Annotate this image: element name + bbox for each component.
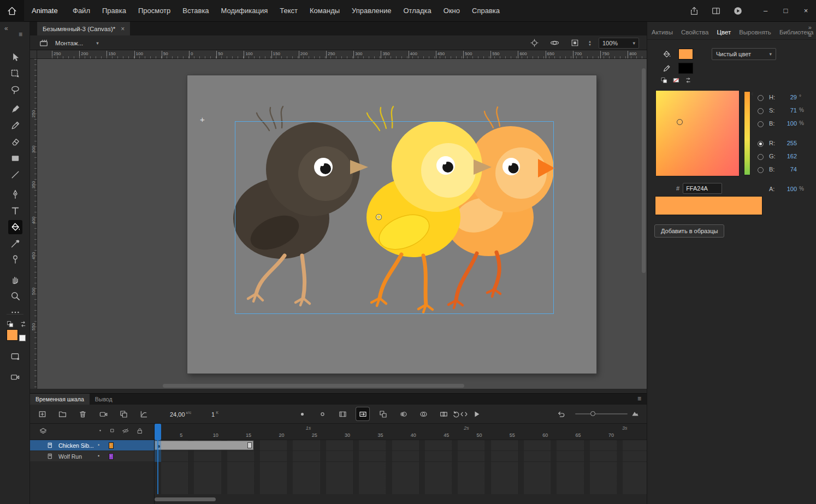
rectangle-tool[interactable] <box>8 151 22 165</box>
frames-grid[interactable] <box>155 440 647 494</box>
selection-tool[interactable] <box>8 50 22 64</box>
panel-tab-2[interactable]: Цвет <box>717 29 731 35</box>
scene-selector[interactable]: Монтаж... ▾ <box>55 37 99 49</box>
color-field-value[interactable]: 255 <box>779 140 797 146</box>
publish-preview-button[interactable] <box>731 4 744 17</box>
fps-indicator[interactable]: 24,00к/с <box>170 410 191 418</box>
panel-menu-icon[interactable]: ≡ <box>808 32 812 38</box>
default-colors-icon[interactable] <box>660 76 668 84</box>
frame-options-button[interactable] <box>376 407 389 420</box>
panel-tab-0[interactable]: Активы <box>652 29 673 35</box>
add-to-swatches-button[interactable]: Добавить в образцы <box>654 224 724 238</box>
classic-brush-tool[interactable] <box>8 118 22 133</box>
free-transform-tool[interactable] <box>8 67 22 81</box>
eraser-tool[interactable] <box>8 135 22 149</box>
pen-tool[interactable] <box>8 187 22 201</box>
workspace-layout-button[interactable] <box>709 4 723 17</box>
horizontal-ruler[interactable]: 2502001501005005010015020025030035040045… <box>37 50 647 59</box>
minimize-button[interactable]: – <box>755 0 776 22</box>
layer-outline-dot[interactable]: ▫ <box>110 442 111 448</box>
camera-tool-button[interactable] <box>7 370 22 383</box>
zoom-selector[interactable]: 100% ▾ <box>599 38 639 49</box>
layer-outline-dot[interactable]: ▫ <box>110 453 111 459</box>
panel-tab-1[interactable]: Свойства <box>681 29 709 35</box>
lasso-tool[interactable] <box>8 83 22 97</box>
menu-item[interactable]: Просмотр <box>132 0 176 22</box>
insert-keyframe-button[interactable] <box>295 407 309 420</box>
clip-to-stage-button[interactable] <box>568 37 581 50</box>
menu-item[interactable]: Модификация <box>215 0 274 22</box>
tab-close-icon[interactable]: × <box>121 25 125 33</box>
menu-item[interactable]: Команды <box>304 0 346 22</box>
insert-frames-button[interactable] <box>336 407 349 420</box>
saturation-brightness-picker[interactable] <box>656 91 739 176</box>
insert-frame-button[interactable] <box>36 407 49 420</box>
outline-column-icon[interactable] <box>109 427 116 434</box>
expand-panel-icon[interactable]: » <box>808 24 812 31</box>
object-drawing-mode-button[interactable] <box>7 349 22 363</box>
fill-color-chip[interactable] <box>7 329 18 341</box>
menu-item[interactable]: Вставка <box>176 0 215 22</box>
hue-slider[interactable] <box>744 92 750 175</box>
layers-icon[interactable] <box>39 427 48 436</box>
layer-visibility-dot[interactable]: • <box>98 453 99 459</box>
panel-menu-icon[interactable]: ≡ <box>637 395 641 402</box>
collapse-panel-icon[interactable]: « <box>4 25 8 32</box>
onion-skin-outlines-button[interactable] <box>417 407 430 420</box>
lock-all-icon[interactable] <box>136 427 144 435</box>
swap-colors-icon[interactable] <box>684 76 692 84</box>
fluid-brush-tool[interactable] <box>8 102 22 116</box>
hand-tool[interactable] <box>8 272 22 287</box>
timeline-scrollbar[interactable] <box>155 497 642 502</box>
timeline-zoom-fit-icon[interactable] <box>631 409 640 418</box>
playhead[interactable] <box>155 424 161 440</box>
no-color-icon[interactable] <box>672 76 680 84</box>
line-tool[interactable] <box>8 168 22 182</box>
transform-point[interactable] <box>376 215 381 220</box>
loop-playback-button[interactable] <box>450 407 463 420</box>
center-stage-button[interactable] <box>528 37 541 50</box>
show-all-column-icon[interactable] <box>97 427 104 434</box>
paint-bucket-tool[interactable] <box>8 220 22 234</box>
stroke-pencil-icon[interactable] <box>662 64 671 73</box>
graph-editor-button[interactable] <box>137 407 150 420</box>
color-field-radio[interactable] <box>758 167 764 173</box>
home-button[interactable] <box>0 0 24 22</box>
zoom-tool[interactable] <box>8 289 22 303</box>
more-tools-tool[interactable] <box>8 305 22 319</box>
menu-item[interactable]: Отладка <box>397 0 437 22</box>
stage[interactable] <box>187 75 596 373</box>
step-down-icon[interactable]: ▼ <box>588 43 592 46</box>
panel-tab-3[interactable]: Выровнять <box>739 29 771 35</box>
fill-color-swatch[interactable] <box>678 49 693 60</box>
hide-all-icon[interactable] <box>122 427 129 435</box>
color-field-value[interactable]: 29 <box>779 94 797 100</box>
swap-colors-button[interactable] <box>17 318 28 329</box>
hex-input[interactable] <box>683 183 722 194</box>
scrollbar-thumb[interactable] <box>642 68 646 273</box>
edit-multiple-frames-button[interactable] <box>437 407 450 420</box>
color-field-value[interactable]: 162 <box>779 153 797 159</box>
close-button[interactable]: × <box>796 0 816 22</box>
color-picker-pointer[interactable] <box>677 119 683 125</box>
maximize-button[interactable]: □ <box>776 0 796 22</box>
frame-span[interactable] <box>155 441 253 450</box>
vertical-ruler[interactable]: 250300350400450500550 <box>30 59 37 389</box>
horizontal-scrollbar[interactable] <box>37 384 642 388</box>
color-field-radio[interactable] <box>758 154 764 160</box>
toolbar-menu-icon[interactable]: ≡ <box>19 31 22 38</box>
insert-blank-keyframe-button[interactable] <box>316 407 329 420</box>
stroke-color-chip[interactable] <box>19 335 26 341</box>
onion-skin-button[interactable] <box>397 407 410 420</box>
color-field-radio[interactable] <box>758 141 764 147</box>
new-folder-button[interactable] <box>56 407 69 420</box>
delete-layer-button[interactable] <box>76 407 89 420</box>
menu-item[interactable]: Правка <box>96 0 132 22</box>
asset-warp-tool[interactable] <box>8 252 22 266</box>
text-tool[interactable] <box>8 204 22 218</box>
default-colors-button[interactable] <box>4 318 15 329</box>
frame-ruler[interactable]: 1s2s3s 510152025303540455055606570 <box>155 424 647 440</box>
fill-bucket-icon[interactable] <box>662 50 671 59</box>
color-field-radio[interactable] <box>758 95 764 101</box>
layer-row[interactable]: Wolf Run • ▫ <box>30 451 154 462</box>
